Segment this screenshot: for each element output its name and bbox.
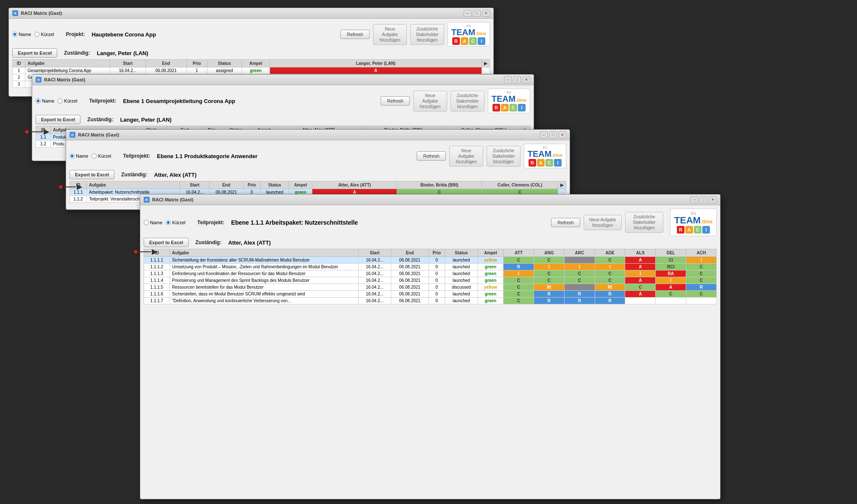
td-ade: I (595, 264, 625, 270)
radio-name-2[interactable]: Name (36, 98, 54, 103)
stakeholder-btn-3[interactable]: ZusätzlicheStakeholderhinzufügen (487, 146, 520, 167)
refresh-btn-1[interactable]: Refresh (340, 30, 370, 39)
radio-group-2: Name Kürzel (36, 98, 78, 103)
neue-aufgabe-btn-3[interactable]: Neue Aufgabehinzufügen (449, 146, 483, 167)
close-btn-1[interactable]: ✕ (482, 10, 490, 17)
radio-name-3[interactable]: Name (70, 153, 88, 159)
th-prio-4: Prio (428, 249, 445, 257)
export-btn-1[interactable]: Export to Excel (12, 48, 57, 58)
line-2 (64, 187, 76, 187)
th-prio-3: Prio (243, 181, 260, 189)
export-btn-2[interactable]: Export to Excel (36, 115, 81, 124)
radio-kuerzel-1[interactable]: Kürzel (34, 32, 54, 37)
table-row[interactable]: 1.1.1.7 "Definition, Anwendung und konti… (144, 298, 717, 304)
dot-arrow-3: ● (134, 247, 138, 256)
radio-kuerzel-circle-1 (34, 32, 39, 37)
title-bar-left-2: R RACI Matrix (Gast) (36, 77, 85, 83)
export-btn-4[interactable]: Export to Excel (144, 238, 189, 247)
td-als: C (625, 284, 656, 291)
td-ang: I (534, 264, 565, 270)
th-aufgabe-1: Aufgabe (25, 60, 110, 67)
td-arc: I (564, 264, 595, 270)
td-ach: C (686, 270, 717, 277)
minimize-btn-4[interactable]: ─ (690, 196, 698, 203)
td-arc: R (564, 298, 595, 304)
raci-a: A (461, 37, 468, 45)
stakeholder-btn-1[interactable]: ZusätzlicheStakeholderhinzufügen (410, 24, 444, 45)
logo-raci-3: R A C I (529, 159, 562, 167)
table-row[interactable]: 1.1.1.2 Umsetzung von Produkt – Mission,… (144, 264, 717, 270)
th-prio-1: Prio (186, 60, 207, 67)
radio-name-4[interactable]: Name (144, 220, 162, 225)
table-row[interactable]: 1.1.1.1 Sicherstellung der Konsistenz al… (144, 257, 717, 264)
projekt-value-2: Ebene 1 Gesamtprojektleitung Corona App (123, 98, 235, 104)
neue-aufgabe-btn-2[interactable]: Neue Aufgabehinzufügen (413, 91, 447, 111)
td-id: 1 (13, 67, 25, 74)
td-ampel: green (478, 264, 504, 270)
neue-aufgabe-btn-4[interactable]: Neue Aufgabehinzufügen (584, 215, 622, 230)
table-row[interactable]: 1.1.1.6 Sicherstellen, dass im Modul Ben… (144, 291, 717, 298)
td-als (625, 298, 656, 304)
window-title-3: RACI Matrix (Gast) (78, 132, 119, 137)
td-ang: R (534, 298, 565, 304)
title-bar-1: R RACI Matrix (Gast) ─ □ ✕ (9, 8, 493, 19)
export-btn-3[interactable]: Export to Excel (70, 170, 114, 179)
radio-name-circle-4 (144, 220, 149, 225)
td-status: launched (445, 270, 478, 277)
stakeholder-btn-2[interactable]: ZusätzlicheStakeholderhinzufügen (451, 91, 484, 111)
td-arc: R (564, 291, 595, 298)
radio-kuerzel-2[interactable]: Kürzel (58, 98, 77, 103)
minimize-btn-2[interactable]: ─ (504, 76, 512, 83)
td-ampel: yellow (478, 257, 504, 264)
logo-raci-4: R A C I (677, 226, 710, 234)
td-att: I (504, 270, 534, 277)
td-arc (564, 257, 595, 264)
td-als: A (625, 257, 656, 264)
th-att-4: ATT (504, 249, 534, 257)
minimize-btn-1[interactable]: ─ (464, 10, 471, 17)
restore-btn-4[interactable]: □ (700, 196, 707, 203)
radio-kuerzel-3[interactable]: Kürzel (92, 153, 111, 159)
zustaendig-label-2: Zuständig: (87, 117, 113, 123)
table-row[interactable]: 1.1.1.4 Priorisierung und Management des… (144, 277, 717, 284)
refresh-btn-4[interactable]: Refresh (551, 218, 580, 227)
th-status-3: Status (260, 181, 289, 189)
table-row[interactable]: 1 Gesamtprojektleitung Corona App 16.04.… (13, 67, 490, 74)
restore-btn-3[interactable]: □ (549, 131, 557, 138)
minimize-btn-3[interactable]: ─ (540, 131, 548, 138)
th-end-3: End (209, 181, 243, 189)
td-start: 16.04.2... (358, 284, 391, 291)
projekt-value-1: Hauptebene Corona App (92, 31, 156, 38)
close-btn-3[interactable]: ✕ (559, 131, 566, 138)
arrowhead-2: ▶ (77, 183, 82, 191)
td-end: 06.08.2021 (391, 257, 428, 264)
refresh-btn-2[interactable]: Refresh (381, 96, 410, 106)
td-aufgabe: Umsetzung von Produkt – Mission, -Zielen… (170, 264, 358, 270)
stakeholder-btn-4[interactable]: ZusätzlicheStakeholderhinzufügen (625, 212, 663, 233)
radio-kuerzel-circle-3 (92, 153, 97, 159)
radio-kuerzel-4[interactable]: Kürzel (166, 220, 185, 225)
logo-3: it's TEAM.time R A C I (524, 144, 566, 168)
neue-aufgabe-btn-1[interactable]: Neue Aufgabehinzufügen (373, 24, 407, 45)
radio-name-1[interactable]: Name (12, 32, 31, 37)
table-row[interactable]: 1.1.1.5 Ressourcen bereitstellen für das… (144, 284, 717, 291)
td-langer: A (270, 67, 482, 74)
td-start: 16.04.2... (358, 264, 391, 270)
close-btn-2[interactable]: ✕ (523, 76, 530, 83)
raci-c-4: C (694, 226, 701, 234)
restore-btn-2[interactable]: □ (513, 76, 521, 83)
table-row[interactable]: 1.1.1.3 Einforderung und Koordination de… (144, 270, 717, 277)
radio-group-4: Name Kürzel (144, 220, 186, 225)
td-id: 1.1.1.5 (144, 284, 170, 291)
toolbar-row-3: Name Kürzel Teilprojekt: Ebene 1.1 Produ… (70, 144, 566, 168)
close-btn-4[interactable]: ✕ (709, 196, 717, 203)
toolbar-row-2b: Export to Excel Zuständig: Langer, Peter… (36, 115, 530, 124)
th-del-4: DEL (656, 249, 686, 257)
logo-raci-1: R A C I (452, 37, 485, 45)
th-id-1: ID (13, 60, 25, 67)
logo-2: it's TEAM.time R A C I (488, 89, 530, 113)
refresh-btn-3[interactable]: Refresh (417, 151, 446, 161)
td-end: 06.08.2021 (391, 298, 428, 304)
restore-btn-1[interactable]: □ (473, 10, 481, 17)
app-icon-4: R (144, 197, 150, 203)
